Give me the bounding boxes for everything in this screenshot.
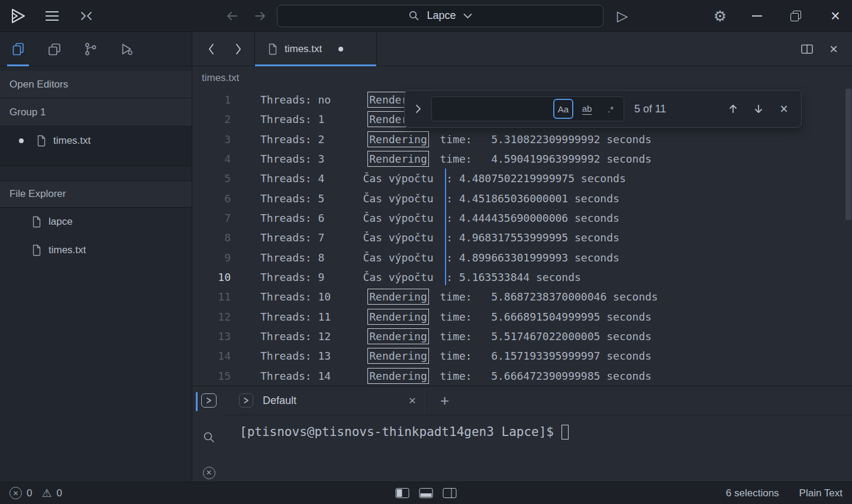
sidebar-gap	[0, 166, 192, 180]
lapce-logo-icon	[8, 7, 27, 25]
search-panel-icon[interactable]	[201, 429, 217, 445]
line-number: 4	[192, 153, 231, 165]
statusbar: ✕ 0 ⚠ 0 6 selections Plain Text	[0, 482, 852, 504]
find-expand-chevron-icon[interactable]	[413, 101, 424, 117]
run-button[interactable]: ▷	[614, 8, 631, 24]
search-match: Rendering	[369, 350, 427, 362]
editor-scrollbar-thumb[interactable]	[845, 89, 851, 220]
code-line[interactable]: 14Threads: 13 Rendering time: 6.15719339…	[192, 346, 852, 366]
selections-status[interactable]: 6 selections	[726, 487, 779, 499]
whole-word-label: ab	[582, 104, 592, 115]
tab-next-icon[interactable]	[231, 40, 246, 58]
whole-word-toggle[interactable]: ab	[577, 99, 597, 119]
settings-gear-icon[interactable]: ⚙	[711, 7, 729, 24]
code-line[interactable]: 10Threads: 9 Čas výpočtu : 5.163533844 s…	[192, 267, 852, 287]
language-mode[interactable]: Plain Text	[799, 487, 843, 499]
code-line[interactable]: 15Threads: 14 Rendering time: 5.66647239…	[192, 366, 852, 386]
search-match: Rendering	[369, 370, 427, 382]
code-line[interactable]: 5Threads: 4 Čas výpočtu : 4.480750221999…	[192, 169, 852, 188]
tab-times-txt[interactable]: times.txt	[254, 32, 377, 66]
match-case-toggle[interactable]: Aa	[553, 99, 573, 119]
file-explorer-label: File Explorer	[9, 188, 66, 200]
terminal-content[interactable]: [ptisnovs@ptisnovs-thinkpadt14gen3 Lapce…	[225, 415, 852, 482]
warnings-icon: ⚠	[41, 486, 51, 500]
open-file-label: times.txt	[53, 135, 91, 147]
code-line[interactable]: 11Threads: 10 Rendering time: 5.86872383…	[192, 287, 852, 306]
code-line[interactable]: 4Threads: 3 Rendering time: 4.5904199639…	[192, 149, 852, 169]
terminal-cursor	[561, 425, 569, 440]
terminal-panel: ✕ Default × + [ptisnovs@ptisnovs-thinkpa…	[192, 386, 852, 482]
regex-toggle[interactable]: .*	[601, 99, 621, 119]
command-palette[interactable]: Lapce	[277, 5, 604, 27]
run-debug-icon[interactable]	[108, 32, 144, 66]
breadcrumb-file: times.txt	[202, 72, 239, 84]
line-number: 12	[192, 311, 231, 323]
new-terminal-icon[interactable]: +	[440, 392, 449, 410]
file-item[interactable]: lapce	[0, 208, 192, 236]
restore-button[interactable]	[790, 11, 801, 21]
line-number: 8	[192, 231, 231, 244]
terminal-panel-icon[interactable]	[201, 392, 217, 409]
file-item-label: times.txt	[49, 244, 86, 256]
minimize-button[interactable]	[751, 10, 763, 22]
file-icon	[32, 216, 41, 228]
find-next-icon[interactable]	[750, 100, 767, 118]
toggle-left-panel-icon[interactable]	[396, 488, 409, 498]
errors-count: 0	[27, 487, 32, 499]
search-match: Rendering	[369, 153, 427, 165]
code-line[interactable]: 13Threads: 12 Rendering time: 5.51746702…	[192, 327, 852, 346]
search-match: Rendering	[369, 330, 427, 343]
code-line[interactable]: 7Threads: 6 Čas výpočtu : 4.444435690000…	[192, 208, 852, 228]
open-editor-item[interactable]: times.txt	[0, 127, 192, 155]
window-close-button[interactable]: ×	[828, 10, 843, 22]
find-panel: Aa ab .* 5 of 11 ×	[404, 90, 802, 128]
remote-connect-icon[interactable]	[77, 7, 96, 25]
open-editors-header[interactable]: Open Editors	[0, 71, 192, 98]
terminal-tab-label: Default	[263, 395, 296, 407]
open-editors-icon[interactable]	[0, 32, 36, 66]
code-line[interactable]: 12Threads: 11 Rendering time: 5.66689150…	[192, 307, 852, 327]
editor-group-header[interactable]: Group 1	[0, 98, 192, 127]
line-number: 13	[192, 330, 231, 343]
terminal-prompt: [ptisnovs@ptisnovs-thinkpadt14gen3 Lapce…	[240, 425, 554, 439]
group-label: Group 1	[9, 106, 46, 118]
nav-back-icon[interactable]	[222, 7, 241, 25]
file-item[interactable]: times.txt	[0, 236, 192, 264]
close-editor-icon[interactable]: ×	[827, 41, 840, 57]
nav-forward-icon[interactable]	[251, 7, 270, 25]
find-previous-icon[interactable]	[724, 100, 742, 118]
code-line[interactable]: 8Threads: 7 Čas výpočtu : 4.968317553999…	[192, 228, 852, 247]
toggle-right-panel-icon[interactable]	[443, 488, 457, 498]
problems-panel-icon[interactable]: ✕	[201, 464, 217, 481]
errors-icon: ✕	[9, 487, 22, 499]
file-item-label: lapce	[49, 216, 73, 228]
terminal-tab-default[interactable]: Default ×	[231, 386, 425, 415]
active-panel-indicator	[196, 392, 198, 411]
find-input-box: Aa ab .*	[431, 96, 624, 121]
code-editor[interactable]: 1Threads: no Rendering2Threads: 1 Render…	[192, 90, 852, 386]
toggle-bottom-panel-icon[interactable]	[419, 488, 433, 498]
split-editor-icon[interactable]	[799, 41, 815, 57]
titlebar: Lapce ▷ ⚙ ×	[0, 0, 852, 32]
find-input[interactable]	[438, 104, 550, 115]
line-number: 3	[192, 133, 231, 146]
menu-icon[interactable]	[43, 7, 62, 25]
problems-status[interactable]: ✕ 0 ⚠ 0	[0, 486, 62, 500]
find-close-icon[interactable]: ×	[775, 100, 793, 118]
find-results-count: 5 of 11	[634, 103, 666, 115]
terminal-icon	[239, 393, 253, 408]
open-editors-label: Open Editors	[9, 79, 68, 91]
modified-dot	[19, 138, 24, 143]
line-number: 5	[192, 172, 231, 185]
tab-prev-icon[interactable]	[204, 40, 218, 58]
line-number: 9	[192, 251, 231, 264]
code-line[interactable]: 6Threads: 5 Čas výpočtu : 4.451865036000…	[192, 189, 852, 208]
breadcrumb: times.txt	[192, 66, 852, 90]
code-line[interactable]: 3Threads: 2 Rendering time: 5.3108223099…	[192, 130, 852, 149]
file-explorer-header[interactable]: File Explorer	[0, 180, 192, 208]
line-number: 1	[192, 93, 231, 106]
code-line[interactable]: 9Threads: 8 Čas výpočtu : 4.899663301999…	[192, 248, 852, 267]
terminal-tab-close-icon[interactable]: ×	[409, 393, 416, 408]
windows-icon[interactable]	[36, 32, 72, 66]
source-control-icon[interactable]	[72, 32, 108, 66]
